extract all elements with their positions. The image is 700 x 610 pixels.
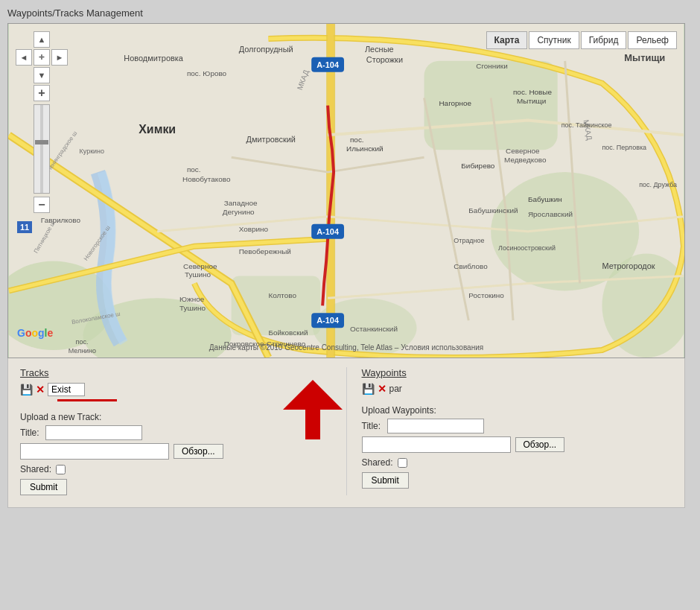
waypoint-upload-section: Upload Waypoints: Title: Обзор... Shared…	[362, 405, 673, 489]
map-container[interactable]: А-104 А-104 А-104 Новодмитровка Долгопру…	[7, 23, 685, 358]
svg-text:Сгонники: Сгонники	[476, 62, 508, 70]
svg-text:пос.: пос.	[187, 165, 201, 174]
svg-text:Медведково: Медведково	[504, 156, 547, 164]
svg-text:Новодмитровка: Новодмитровка	[124, 54, 184, 63]
svg-text:Новобутаково: Новобутаково	[182, 175, 231, 183]
zoom-level-badge: 11	[17, 221, 32, 233]
waypoint-save-icon[interactable]: 💾	[362, 383, 375, 395]
track-name[interactable]: Exist	[48, 383, 85, 396]
tracks-section: Tracks 💾 ✕ Exist Upload a new Track: Tit…	[20, 367, 346, 495]
svg-text:Бабушкинский: Бабушкинский	[468, 206, 518, 215]
track-file-row: Обзор...	[20, 443, 331, 460]
svg-text:Нагорное: Нагорное	[439, 99, 471, 107]
track-shared-checkbox[interactable]	[56, 465, 66, 474]
svg-text:Ильинский: Ильинский	[346, 144, 384, 153]
svg-text:Метрогородок: Метрогородок	[602, 261, 655, 270]
svg-text:Бойковский: Бойковский	[268, 328, 308, 337]
google-logo: Google	[17, 327, 53, 339]
track-file-input[interactable]	[20, 443, 169, 460]
svg-text:Химки: Химки	[139, 123, 176, 136]
map-type-relief-btn[interactable]: Рельеф	[628, 31, 677, 49]
waypoint-item-row: 💾 ✕ par	[362, 383, 673, 395]
waypoint-shared-label: Shared:	[362, 457, 393, 468]
svg-text:пос. Тайнинское: пос. Тайнинское	[561, 121, 612, 129]
track-title-label: Title:	[20, 428, 41, 438]
svg-text:А-104: А-104	[316, 60, 340, 69]
waypoint-shared-checkbox[interactable]	[398, 458, 407, 468]
track-underline	[57, 399, 117, 401]
svg-text:Колтово: Колтово	[268, 291, 296, 299]
svg-text:А-104: А-104	[316, 227, 340, 236]
svg-text:Мытищи: Мытищи	[624, 52, 665, 63]
svg-text:Ярославский: Ярославский	[528, 210, 573, 218]
svg-text:Лосиноостровский: Лосиноостровский	[498, 244, 556, 252]
pan-center-btn[interactable]: ✛	[34, 49, 50, 66]
svg-text:Ховрино: Ховрино	[239, 225, 269, 233]
zoom-slider[interactable]	[34, 104, 50, 194]
pan-left-btn[interactable]: ◄	[16, 49, 32, 66]
svg-text:Ростокино: Ростокино	[468, 291, 504, 299]
svg-text:Лесные: Лесные	[365, 45, 394, 54]
svg-text:пос. Новые: пос. Новые	[513, 88, 553, 96]
svg-text:пос.: пос.	[76, 338, 89, 346]
svg-text:Свиблово: Свиблово	[454, 262, 488, 270]
svg-text:Отрадное: Отрадное	[454, 237, 484, 244]
svg-text:Тушино: Тушино	[179, 304, 206, 312]
svg-text:Северное: Северное	[183, 262, 217, 270]
waypoints-section: Waypoints 💾 ✕ par Upload Waypoints: Titl…	[346, 367, 673, 495]
svg-text:Сторожки: Сторожки	[366, 55, 403, 64]
track-browse-btn[interactable]: Обзор...	[174, 444, 223, 459]
map-type-buttons: Карта Спутник Гибрид Рельеф	[486, 31, 677, 49]
svg-text:Тушино: Тушино	[185, 270, 211, 279]
svg-text:пос.: пос.	[350, 136, 364, 144]
svg-text:Останкинский: Останкинский	[350, 325, 398, 333]
svg-text:Бибирево: Бибирево	[461, 162, 495, 170]
track-submit-btn[interactable]: Submit	[20, 479, 67, 495]
svg-text:пос. Дружба: пос. Дружба	[639, 181, 677, 188]
waypoint-title-input[interactable]	[387, 419, 484, 433]
map-type-hybrid-btn[interactable]: Гибрид	[581, 31, 627, 49]
waypoint-name: par	[389, 384, 402, 394]
track-save-icon[interactable]: 💾	[20, 384, 33, 395]
pan-up-btn[interactable]: ▲	[34, 31, 50, 48]
map-type-map-btn[interactable]: Карта	[486, 31, 528, 49]
svg-text:А-104: А-104	[316, 316, 340, 325]
pan-down-btn[interactable]: ▼	[34, 67, 50, 83]
map-controls: ▲ ◄ ✛ ► ▼ + −	[16, 31, 68, 213]
tracks-section-title: Tracks	[20, 367, 331, 378]
waypoint-title-row: Title:	[362, 419, 673, 433]
track-title-input[interactable]	[45, 425, 142, 440]
track-delete-icon[interactable]: ✕	[36, 384, 45, 395]
waypoint-browse-btn[interactable]: Обзор...	[515, 437, 565, 452]
svg-text:Певобережный: Певобережный	[239, 247, 291, 255]
svg-text:Мытищи: Мытищи	[517, 97, 546, 105]
waypoint-delete-icon[interactable]: ✕	[378, 383, 386, 395]
track-item-row: 💾 ✕ Exist	[20, 383, 331, 396]
svg-text:Дмитровский: Дмитровский	[246, 135, 296, 144]
track-upload-section: Upload a new Track: Title: Обзор... Shar…	[20, 412, 331, 495]
map-type-satellite-btn[interactable]: Спутник	[529, 31, 579, 49]
svg-text:Западное: Западное	[224, 199, 258, 207]
svg-text:пос. Перловка: пос. Перловка	[602, 144, 646, 151]
waypoint-upload-title: Upload Waypoints:	[362, 405, 673, 416]
svg-text:Дегунино: Дегунино	[223, 208, 255, 216]
zoom-in-btn[interactable]: +	[34, 85, 50, 101]
track-upload-title: Upload a new Track:	[20, 412, 331, 422]
waypoint-file-input[interactable]	[362, 436, 511, 453]
svg-text:Южное: Южное	[179, 295, 205, 303]
svg-text:Гаврилково: Гаврилково	[41, 216, 81, 224]
svg-text:Бабушкин: Бабушкин	[528, 195, 562, 203]
waypoint-submit-btn[interactable]: Submit	[362, 472, 409, 489]
map-attribution: Данные карты ©2010 Geocentre Consulting,…	[209, 343, 483, 352]
waypoints-section-title: Waypoints	[362, 367, 673, 378]
waypoint-shared-row: Shared:	[362, 457, 673, 468]
bottom-panel: Tracks 💾 ✕ Exist Upload a new Track: Tit…	[7, 358, 685, 508]
svg-text:Куркино: Куркино	[80, 147, 104, 155]
svg-text:Долгопрудный: Долгопрудный	[239, 45, 293, 54]
svg-text:Северное: Северное	[506, 147, 540, 155]
waypoint-file-row: Обзор...	[362, 436, 673, 453]
track-shared-row: Shared:	[20, 464, 331, 474]
svg-text:пос. Юрово: пос. Юрово	[187, 69, 227, 77]
zoom-out-btn[interactable]: −	[34, 197, 50, 213]
pan-right-btn[interactable]: ►	[51, 49, 68, 66]
